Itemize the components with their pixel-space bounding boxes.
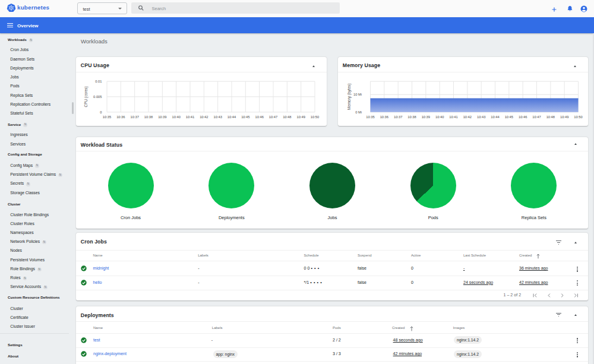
- svg-text:0.005: 0.005: [93, 95, 102, 99]
- svg-text:10:40: 10:40: [172, 115, 180, 119]
- svg-text:10:46: 10:46: [519, 115, 527, 119]
- svg-text:10:47: 10:47: [532, 115, 541, 119]
- svg-text:10:45: 10:45: [505, 115, 513, 119]
- svg-text:10:44: 10:44: [228, 115, 236, 119]
- svg-text:10:35: 10:35: [103, 115, 111, 119]
- svg-text:10:38: 10:38: [407, 115, 416, 119]
- svg-text:10:48: 10:48: [546, 115, 555, 119]
- svg-text:10:41: 10:41: [186, 115, 194, 119]
- svg-text:10:47: 10:47: [269, 115, 277, 119]
- svg-text:10:50: 10:50: [311, 115, 319, 119]
- svg-text:10:36: 10:36: [380, 115, 388, 119]
- svg-text:CPU (cores): CPU (cores): [84, 86, 89, 107]
- svg-text:0: 0: [100, 110, 102, 114]
- svg-text:10:39: 10:39: [158, 115, 166, 119]
- svg-text:10:49: 10:49: [296, 115, 305, 119]
- svg-text:10:43: 10:43: [477, 115, 485, 119]
- svg-text:10:45: 10:45: [241, 115, 249, 119]
- svg-text:10:36: 10:36: [116, 115, 125, 119]
- svg-text:10:35: 10:35: [366, 115, 374, 119]
- svg-text:0.01: 0.01: [95, 80, 102, 83]
- svg-text:10:50: 10:50: [574, 115, 582, 119]
- svg-text:10:39: 10:39: [422, 115, 430, 119]
- svg-text:10:43: 10:43: [213, 115, 222, 119]
- svg-text:10:38: 10:38: [144, 115, 153, 119]
- svg-text:10:40: 10:40: [435, 115, 444, 119]
- svg-text:Memory (bytes): Memory (bytes): [347, 84, 352, 110]
- svg-text:10:37: 10:37: [394, 115, 402, 119]
- svg-text:10:46: 10:46: [255, 115, 263, 119]
- svg-text:10 Mi: 10 Mi: [353, 93, 362, 96]
- svg-text:10:37: 10:37: [130, 115, 138, 119]
- svg-text:10:49: 10:49: [560, 115, 568, 119]
- svg-text:10:42: 10:42: [200, 115, 208, 119]
- svg-text:10:41: 10:41: [449, 115, 457, 119]
- svg-text:10:42: 10:42: [463, 115, 472, 119]
- svg-text:10:48: 10:48: [283, 115, 291, 119]
- svg-text:10:44: 10:44: [491, 115, 500, 119]
- svg-text:0 Mi: 0 Mi: [355, 110, 362, 114]
